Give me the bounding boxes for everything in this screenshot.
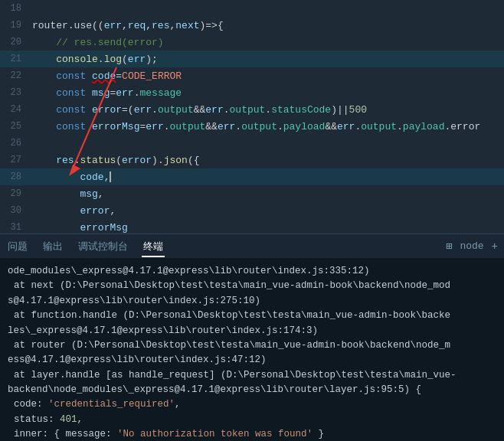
terminal-area: ode_modules\_express@4.17.1@express\lib\… [0,258,504,441]
terminal-line-6: at router (D:\Personal\Desktop\test\test… [8,338,496,353]
code-line-27: 27 res.status(error).json({ [0,152,504,168]
terminal-line-9: backend\node_modules\_express@4.17.1@exp… [8,383,496,397]
code-line-20: 20 // res.send(error) [0,34,504,51]
code-line-21: 21 console.log(err); [0,51,504,67]
terminal-line-8: at layer.handle [as handle_request] (D:\… [8,368,496,383]
terminal-line-4: at function.handle (D:\Personal\Desktop\… [8,309,496,323]
tab-output[interactable]: 输出 [41,237,64,256]
code-line-23: 23 const msg=err.message [0,84,504,101]
code-line-26: 26 [0,135,504,152]
terminal-line-10: code: 'credentials_required', [8,397,496,412]
tab-right-controls: ⊞ node + [446,237,498,255]
code-line-18: 18 [0,0,504,17]
code-line-30: 30 error, [0,202,504,219]
tab-node-label: node [458,237,485,255]
tab-debug-console[interactable]: 调试控制台 [77,237,129,256]
terminal-line-7: ess@4.17.1@express\lib\router\index.js:4… [8,353,496,368]
terminal-line-3: s@4.17.1@express\lib\router\index.js:275… [8,294,496,309]
code-line-31: 31 errorMsg [0,219,504,234]
terminal-line-11: status: 401, [8,413,496,427]
code-line-25: 25 const errorMsg=err.output&&err.output… [0,118,504,135]
terminal-icon-btn[interactable]: ⊞ [446,240,452,253]
code-line-19: 19 router.use((err,req,res,next)=>{ [0,17,504,34]
terminal-line-12: inner: { message: 'No authorization toke… [8,427,496,441]
terminal-line-2: at next (D:\Personal\Desktop\test\testa\… [8,279,496,293]
code-line-28: 28 code, [0,168,504,185]
tab-bar: 问题 输出 调试控制台 终端 ⊞ node + [0,234,504,258]
tab-problems[interactable]: 问题 [6,237,29,256]
code-line-24: 24 const error=(err.output&&err.output.s… [0,101,504,118]
code-lines: 18 19 router.use((err,req,res,next)=>{ 2… [0,0,504,234]
code-line-22: 22 const code=CODE_ERROR [0,67,504,84]
tab-add-btn[interactable]: + [492,240,498,253]
terminal-line-1: ode_modules\_express@4.17.1@express\lib\… [8,264,496,279]
editor-area: 18 19 router.use((err,req,res,next)=>{ 2… [0,0,504,234]
code-line-29: 29 msg, [0,185,504,202]
terminal-line-5: les\_express@4.17.1@express\lib\router\i… [8,324,496,338]
tab-terminal[interactable]: 终端 [142,237,165,256]
